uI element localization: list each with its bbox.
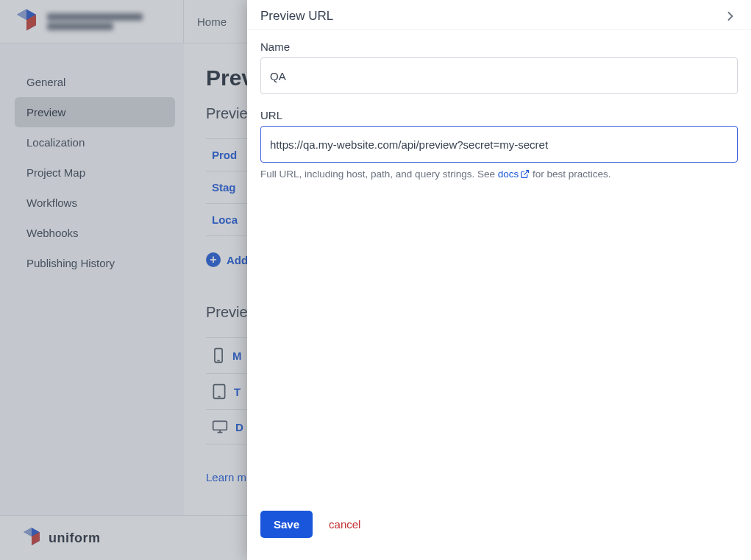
name-input[interactable] (260, 57, 738, 94)
panel-footer: Save cancel (247, 500, 751, 560)
save-button[interactable]: Save (260, 511, 313, 538)
name-field-label: Name (260, 40, 738, 53)
url-input[interactable] (260, 126, 738, 163)
cancel-button[interactable]: cancel (329, 518, 360, 531)
panel-body: Name URL Full URL, including host, path,… (247, 30, 751, 500)
url-field-label: URL (260, 109, 738, 121)
close-icon[interactable] (723, 9, 738, 24)
preview-url-panel: Preview URL Name URL Full URL, including… (247, 0, 751, 560)
panel-title: Preview URL (260, 9, 333, 24)
url-help-text: Full URL, including host, path, and quer… (260, 169, 738, 180)
panel-header: Preview URL (247, 0, 751, 30)
docs-link[interactable]: docs (498, 169, 530, 180)
svg-line-13 (524, 171, 529, 175)
external-link-icon (520, 169, 530, 179)
